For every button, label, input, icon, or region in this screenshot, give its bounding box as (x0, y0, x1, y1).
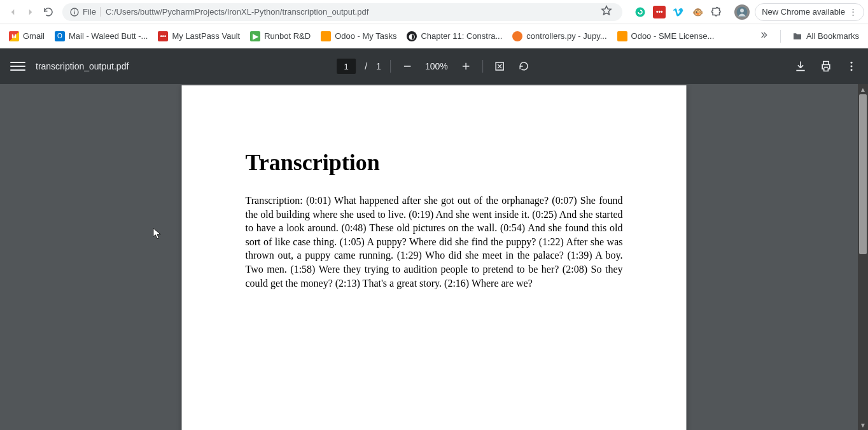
jupyter-icon (512, 31, 522, 41)
bookmarks-overflow-button[interactable] (753, 30, 774, 42)
kebab-icon (845, 60, 858, 73)
star-icon (601, 5, 612, 17)
document-body: Transcription: (0:01) What happened afte… (246, 194, 623, 290)
svg-point-5 (740, 8, 744, 12)
bookmark-label: Odoo - SME License... (631, 31, 715, 41)
nav-back-button[interactable] (4, 3, 22, 21)
kebab-icon: ⋮ (849, 7, 857, 17)
grammarly-icon[interactable] (634, 6, 647, 18)
lastpass-icon: ••• (158, 31, 168, 41)
extensions-button[interactable] (710, 6, 723, 18)
odoo-icon (617, 31, 627, 41)
print-icon (820, 60, 832, 73)
pdf-viewport: Transcription Transcription: (0:01) What… (0, 84, 868, 430)
new-chrome-label: New Chrome available (762, 7, 845, 17)
download-icon (794, 60, 807, 73)
bookmark-outlook[interactable]: O Mail - Waleed Butt -... (50, 29, 153, 44)
pdf-menu-button[interactable] (10, 59, 25, 74)
zoom-in-button[interactable] (458, 59, 473, 74)
svg-point-3 (636, 7, 645, 17)
odoo-icon (321, 31, 331, 41)
bookmark-label: Mail - Waleed Butt -... (69, 31, 148, 41)
fit-page-button[interactable] (492, 59, 507, 74)
bookmark-star-button[interactable] (597, 5, 616, 18)
lastpass-ext-icon[interactable]: ••• (653, 6, 666, 18)
bookmark-odoo-tasks[interactable]: Odoo - My Tasks (316, 29, 402, 44)
separator (390, 60, 391, 73)
pdf-toolbar: transcription_output.pdf / 1 100% (0, 48, 868, 84)
scroll-down-button[interactable]: ▼ (858, 420, 868, 430)
url-bar[interactable]: File C:/Users/buttw/PycharmProjects/Iron… (62, 3, 622, 21)
page-total: 1 (376, 61, 381, 71)
pdf-toolbar-center: / 1 100% (337, 59, 531, 74)
browser-toolbar: File C:/Users/buttw/PycharmProjects/Iron… (0, 0, 868, 24)
scroll-up-button[interactable]: ▲ (858, 84, 868, 94)
sphere-icon: ◐ (407, 31, 417, 41)
bookmark-runbot[interactable]: ▶ Runbot R&D (245, 29, 316, 44)
rotate-icon (518, 61, 529, 72)
minus-icon (402, 61, 413, 72)
outlook-icon: O (55, 31, 65, 41)
rotate-button[interactable] (516, 59, 531, 74)
vertical-scrollbar[interactable]: ▲ ▼ (858, 84, 868, 430)
gmail-icon: M (9, 31, 19, 41)
fit-icon (494, 61, 505, 72)
monkey-ext-icon[interactable]: 🐵 (691, 6, 704, 18)
avatar-icon (736, 6, 748, 18)
url-scheme-label: File (81, 7, 101, 17)
hamburger-line (10, 62, 25, 63)
hamburger-line (10, 69, 25, 71)
nav-forward-button[interactable] (22, 3, 39, 21)
new-chrome-button[interactable]: New Chrome available ⋮ (755, 3, 864, 21)
svg-point-10 (851, 62, 853, 64)
bookmark-label: Runbot R&D (264, 31, 311, 41)
bookmark-jupyter[interactable]: controllers.py - Jupy... (507, 29, 612, 44)
svg-point-11 (851, 66, 853, 68)
bookmark-label: My LastPass Vault (172, 31, 240, 41)
zoom-out-button[interactable] (400, 59, 415, 74)
more-button[interactable] (845, 60, 858, 73)
url-text: C:/Users/buttw/PycharmProjects/IronXL-Py… (106, 7, 597, 17)
arrow-left-icon (7, 6, 18, 18)
page-separator: / (365, 61, 367, 71)
arrow-right-icon (25, 6, 36, 18)
reload-button[interactable] (39, 3, 57, 21)
folder-icon (792, 31, 802, 41)
bookmark-label: controllers.py - Jupy... (526, 31, 606, 41)
pdf-toolbar-right (794, 60, 858, 73)
svg-point-12 (851, 69, 853, 71)
bookmark-chapter11[interactable]: ◐ Chapter 11: Constra... (402, 29, 507, 44)
document-heading: Transcription (246, 149, 623, 176)
bookmark-gmail[interactable]: M Gmail (4, 29, 50, 44)
separator (482, 60, 483, 73)
bookmark-label: Chapter 11: Constra... (421, 31, 502, 41)
bookmark-lastpass[interactable]: ••• My LastPass Vault (153, 29, 245, 44)
zoom-level: 100% (424, 61, 449, 71)
bookmark-label: Odoo - My Tasks (335, 31, 396, 41)
chevrons-right-icon (759, 30, 769, 40)
reload-icon (43, 6, 54, 18)
pdf-page: Transcription Transcription: (0:01) What… (182, 85, 687, 430)
page-number-input[interactable] (337, 59, 356, 74)
bookmark-odoo-license[interactable]: Odoo - SME License... (612, 29, 720, 44)
svg-point-2 (74, 9, 75, 10)
extension-icons: ••• 🐵 (634, 6, 723, 18)
info-icon (69, 6, 80, 18)
mouse-cursor-icon (153, 228, 161, 240)
all-bookmarks-label: All Bookmarks (806, 31, 859, 41)
bookmark-label: Gmail (23, 31, 45, 41)
print-button[interactable] (820, 60, 832, 73)
vimeo-ext-icon[interactable] (672, 6, 685, 18)
profile-avatar[interactable] (734, 4, 750, 20)
bookmarks-bar: M Gmail O Mail - Waleed Butt -... ••• My… (0, 24, 868, 48)
divider (780, 30, 781, 43)
all-bookmarks-button[interactable]: All Bookmarks (787, 29, 864, 44)
download-button[interactable] (794, 60, 807, 73)
scroll-thumb[interactable] (859, 94, 867, 254)
pdf-filename: transcription_output.pdf (36, 61, 129, 71)
plus-icon (460, 61, 472, 72)
runbot-icon: ▶ (250, 31, 260, 41)
hamburger-line (10, 66, 25, 67)
